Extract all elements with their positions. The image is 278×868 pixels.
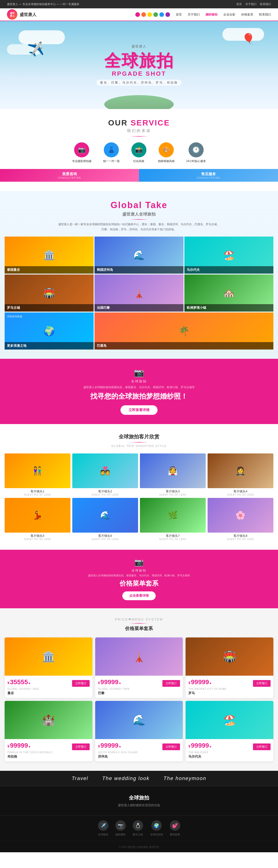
price-number-bangkok: 35555 bbox=[10, 678, 28, 686]
price-title-en: PRICE❤MENU SYSTEM bbox=[5, 618, 273, 621]
europe-emoji: 🏘️ bbox=[223, 288, 235, 299]
footer-icon-photo: 📷 婚纱摄影 bbox=[115, 820, 126, 836]
gallery-item-4[interactable]: 🤵 客片镜头4 GUEST PIC OF LENS bbox=[207, 454, 273, 496]
price-item-rome[interactable]: 🏟️ ¥ 99999 ● 立即预订 THE ANCIENT CITY OF RO… bbox=[186, 638, 273, 698]
dot-blue bbox=[159, 12, 164, 17]
price-cta-button[interactable]: 点击查看详情 bbox=[122, 591, 156, 600]
dest-item-maldives[interactable]: 🏖️ 马尔代夫 bbox=[185, 237, 273, 274]
price-number-maldives: 99999 bbox=[191, 742, 209, 749]
nav-about[interactable]: 关于我们 bbox=[188, 12, 200, 17]
gallery-item-7[interactable]: 🌿 客片镜头7 GUEST PIC OF LENS bbox=[140, 498, 206, 540]
gallery-sub-1: GUEST PIC OF LENS bbox=[5, 494, 71, 496]
logo-text: 盛世唐人 bbox=[20, 12, 36, 18]
dest-item-paris[interactable]: 🗼 法国巴黎 bbox=[94, 275, 184, 312]
price-dest-bangkok: 曼谷 bbox=[7, 691, 90, 695]
price-info-bangkok: ¥ 35555 ● 立即预订 GLOBAL JOURNEY TAKE 曼谷 bbox=[5, 676, 92, 698]
price-btn-maldives[interactable]: 立即预订 bbox=[253, 743, 271, 750]
feature-banner-right[interactable]: 售后服务 CONSULTATION bbox=[139, 169, 278, 182]
footer-icon-global: 🌍 全球目的地 bbox=[150, 820, 163, 836]
cta-button[interactable]: 立即查看详情 bbox=[120, 405, 158, 415]
footer-icon-love: 💕 爱情故事 bbox=[170, 820, 180, 836]
price-info-jeju: ¥ 99999 ● 立即预订 SOUTH KOREA'S JEJU ISLAND… bbox=[95, 739, 183, 762]
paris-emoji: 🗼 bbox=[133, 288, 145, 299]
dest-item-rome[interactable]: 🏟️ 罗马古城 bbox=[5, 275, 93, 312]
dot-pink bbox=[135, 12, 140, 17]
nav-price[interactable]: 价格套系 bbox=[241, 12, 253, 17]
global-icon: 🌍 bbox=[151, 820, 162, 831]
nav-home[interactable]: 首页 bbox=[176, 12, 182, 17]
service-item-photo: 📷 专业摄影师拍摄 bbox=[72, 142, 91, 163]
gallery-item-6[interactable]: 🌊 客片镜头6 GUEST PIC OF LENS bbox=[72, 498, 138, 540]
footer-brand-sub: 盛世唐人婚纱摄影欢迎您的光临 bbox=[7, 803, 271, 807]
price-pic-jeju: 🌊 bbox=[95, 701, 183, 739]
nav-corporate[interactable]: 企业合影 bbox=[223, 12, 235, 17]
feature-banner-left[interactable]: 美景咨询 CONSULTATION bbox=[0, 169, 139, 182]
price-yuan-bangkok: ¥ bbox=[7, 681, 9, 685]
global-take-title-cn: 盛世唐人全球旅拍 bbox=[5, 211, 273, 217]
price-item-prague[interactable]: 🏰 ¥ 99999 ● 立即预订 PRAGUE IN THE CZECH REP… bbox=[5, 701, 92, 762]
gallery-label-3: 客片镜头3 bbox=[140, 489, 206, 494]
service-item-dress: 👗 独一一件一套 bbox=[103, 142, 120, 163]
gallery-pic-2: 💑 bbox=[72, 454, 138, 488]
header-nav-home[interactable]: 首页 bbox=[236, 2, 242, 6]
price-yuan-jeju: ¥ bbox=[98, 744, 100, 749]
footer-icon-label-love: 爱情故事 bbox=[170, 833, 180, 836]
footer-tagline-bar: Travel The wedding look The honeymoon bbox=[0, 771, 278, 786]
header-slogan: 盛世唐人 — 专业全球婚纱旅拍服务中心 — 一对一专属服务 bbox=[7, 2, 80, 6]
top-nav: 盛世唐人 盛世唐人 首页 关于我们 婚纱旅拍 企业合影 价格套系 联系我们 bbox=[0, 8, 278, 21]
global-take-section: Global Take 盛世唐人全球旅拍 盛世唐人是一家一家专业全球婚纱照旅拍全… bbox=[0, 191, 278, 359]
footer-brand-area: 全球旅拍 盛世唐人婚纱摄影欢迎您的光临 bbox=[7, 795, 271, 807]
hero-title-cn: 全球旅拍 bbox=[96, 50, 182, 72]
nav-dots-row bbox=[135, 12, 170, 17]
price-title-en-bangkok: GLOBAL JOURNEY TAKE bbox=[7, 688, 90, 690]
gallery-label-1: 客片镜头1 bbox=[5, 489, 71, 494]
price-pic-paris: 🗼 bbox=[95, 638, 183, 676]
price-dot-jeju: ● bbox=[119, 745, 121, 748]
dest-item-europe[interactable]: 🏘️ 欧洲梦境小镇 bbox=[185, 275, 273, 312]
price-cta-section: 📷 全球旅拍 盛世唐人全球婚纱旅拍相遇在此，泰国曼谷、马尔代夫、韩国济州、欧洲小… bbox=[0, 550, 278, 608]
gallery-item-3[interactable]: 👰 客片镜头3 GUEST PIC OF LENS bbox=[140, 454, 206, 496]
price-btn-rome[interactable]: 立即预订 bbox=[253, 680, 271, 687]
korea-label: 韩国济州岛 bbox=[94, 266, 184, 274]
gallery-item-8[interactable]: 🌸 客片镜头8 GUEST PIC OF LENS bbox=[207, 498, 273, 540]
price-btn-prague[interactable]: 立即预订 bbox=[72, 743, 90, 750]
price-item-paris[interactable]: 🗼 ¥ 99999 ● 立即预订 GLOBAL JOURNEY TAKE 巴黎 bbox=[95, 638, 183, 698]
header-nav-contact[interactable]: 联系我们 bbox=[260, 2, 271, 6]
service-icon-dress: 👗 bbox=[104, 142, 119, 157]
footer-main: 全球旅拍 盛世唐人婚纱摄影欢迎您的光临 bbox=[0, 786, 278, 815]
header-nav-about[interactable]: 关于我们 bbox=[245, 2, 256, 6]
dot-yellow bbox=[147, 12, 152, 17]
price-btn-bangkok[interactable]: 立即预订 bbox=[72, 680, 90, 687]
dest-item-bali[interactable]: 🌴 巴厘岛 bbox=[94, 312, 273, 349]
nav-contact[interactable]: 联系我们 bbox=[259, 12, 271, 17]
dot-orange bbox=[141, 12, 146, 17]
dest-item-more[interactable]: 🌍 更多浪漫之地 详情咨询客服 bbox=[5, 312, 93, 349]
price-cta-title: 价格菜单套系 bbox=[5, 579, 273, 588]
cta-section: 📷 全球旅拍 盛世唐人全球婚纱旅拍相遇在此，泰国曼谷，马尔代夫、韩国济州、欧洲小… bbox=[0, 359, 278, 424]
nav-wedding[interactable]: 婚纱旅拍 bbox=[205, 12, 218, 17]
gallery-item-5[interactable]: 💃 客片镜头5 GUEST PIC OF LENS bbox=[5, 498, 71, 540]
cta-sub: 全球旅拍 bbox=[5, 379, 273, 383]
hero-subtitle: 曼谷、巴黎、马尔代夫、济州岛、罗马、布拉格 bbox=[96, 80, 182, 86]
price-item-bangkok[interactable]: 🏛️ ¥ 35555 ● 立即预订 GLOBAL JOURNEY TAKE 曼谷 bbox=[5, 638, 92, 698]
more-label: 更多浪漫之地 bbox=[5, 342, 93, 349]
price-yuan-prague: ¥ bbox=[7, 744, 9, 749]
price-item-jeju[interactable]: 🌊 ¥ 99999 ● 立即预订 SOUTH KOREA'S JEJU ISLA… bbox=[95, 701, 183, 762]
price-item-maldives[interactable]: 🏖️ ¥ 99999 ● 立即预订 THE MALDIVES 马尔代夫 bbox=[186, 701, 273, 762]
hero-sub-text: 盛世唐人 bbox=[96, 44, 182, 49]
global-take-desc: 盛世唐人是一家一家专业全球婚纱照旅拍全球旅拍一站式服务中心，擅长：泰国、曼谷、韩… bbox=[58, 222, 220, 232]
footer-icon-label-travel: 全球旅拍 bbox=[98, 833, 108, 836]
gallery-item-2[interactable]: 💑 客片镜头2 GUEST PIC OF LENS bbox=[72, 454, 138, 496]
price-pic-bangkok: 🏛️ bbox=[5, 638, 92, 676]
dest-item-thailand[interactable]: 🏛️ 泰国曼谷 bbox=[5, 237, 93, 274]
gallery-item-1[interactable]: 👫 客片镜头1 GUEST PIC OF LENS bbox=[5, 454, 71, 496]
price-grid-row2: 🏰 ¥ 99999 ● 立即预订 PRAGUE IN THE CZECH REP… bbox=[5, 701, 273, 762]
price-btn-paris[interactable]: 立即预订 bbox=[162, 680, 180, 687]
price-yuan-rome: ¥ bbox=[188, 681, 190, 685]
price-tag-bangkok: ¥ 35555 ● bbox=[7, 678, 30, 686]
dest-item-korea[interactable]: 🌊 韩国济州岛 bbox=[94, 237, 184, 274]
gallery-pic-8: 🌸 bbox=[207, 498, 273, 533]
service-item-style: 🎨 独家精修风格 bbox=[158, 142, 175, 163]
price-title-en-jeju: SOUTH KOREA'S JEJU ISLAND bbox=[98, 751, 180, 754]
price-btn-jeju[interactable]: 立即预订 bbox=[162, 743, 180, 750]
